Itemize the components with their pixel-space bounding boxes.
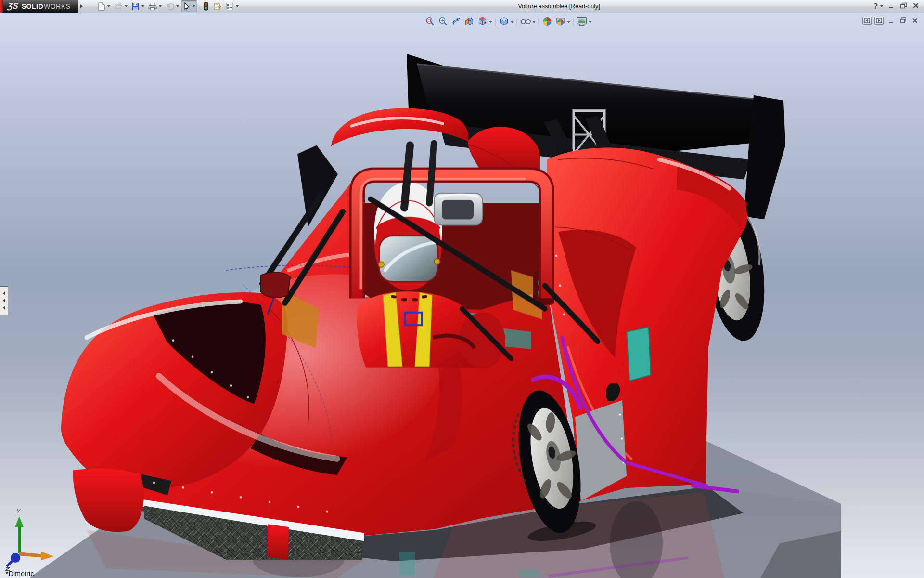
undo-arrow-icon xyxy=(166,2,174,11)
scene-ball-icon xyxy=(555,16,565,28)
doc-close-button[interactable] xyxy=(911,17,920,25)
minimize-icon xyxy=(888,16,894,25)
chevron-down-icon[interactable] xyxy=(567,21,570,23)
new-document-icon xyxy=(97,2,105,11)
pane-toggle-left-icon xyxy=(864,16,870,25)
zoom-to-area-button[interactable] xyxy=(437,16,450,28)
chevron-down-icon[interactable] xyxy=(236,5,239,7)
magnifier-area-icon xyxy=(438,16,449,28)
save-button[interactable] xyxy=(129,0,146,12)
glasses-icon xyxy=(520,17,531,27)
section-cube-icon xyxy=(464,16,475,28)
chevron-left-icon xyxy=(3,306,5,310)
chevron-right-icon xyxy=(80,4,83,8)
checklist-icon xyxy=(225,2,234,11)
race-car-model[interactable]: Y xyxy=(0,13,924,578)
pane-toggle-right-button[interactable] xyxy=(874,17,884,25)
section-view-button[interactable] xyxy=(463,16,476,28)
orientation-triad: Y xyxy=(6,507,54,570)
magnifier-fit-icon xyxy=(425,16,436,28)
minimize-button[interactable] xyxy=(887,1,896,11)
chevron-down-icon[interactable] xyxy=(880,5,883,7)
view-orientation-button[interactable] xyxy=(476,16,489,28)
restore-icon xyxy=(900,2,907,11)
window-controls: ? xyxy=(873,0,920,13)
view-settings-button[interactable] xyxy=(576,16,589,28)
print-button[interactable] xyxy=(146,0,164,12)
chevron-down-icon[interactable] xyxy=(192,5,195,7)
left-wing-mirror[interactable] xyxy=(261,272,290,297)
select-button[interactable] xyxy=(181,0,197,12)
display-cube-icon xyxy=(499,16,509,28)
app-logo: ƷS SOLID WORKS xyxy=(3,0,78,13)
solidworks-window: ƷS SOLID WORKS xyxy=(0,0,924,578)
open-folder-icon xyxy=(114,2,123,11)
triad-y-label: Y xyxy=(16,507,21,515)
note-hand-icon xyxy=(213,2,221,11)
zoom-to-fit-button[interactable] xyxy=(424,16,437,28)
chevron-left-icon xyxy=(3,299,5,302)
chevron-down-icon[interactable] xyxy=(159,5,162,7)
close-button[interactable] xyxy=(911,1,920,11)
rebuild-button[interactable] xyxy=(201,0,211,12)
brand-light: WORKS xyxy=(44,2,70,10)
window-title: Voiture assomblee [Read-only] xyxy=(518,0,600,13)
chevron-down-icon[interactable] xyxy=(141,5,144,7)
chevron-down-icon[interactable] xyxy=(489,21,492,23)
help-icon: ? xyxy=(873,2,878,11)
minimize-icon xyxy=(888,2,895,11)
close-icon xyxy=(912,2,919,11)
options-button[interactable] xyxy=(223,0,241,12)
new-button[interactable] xyxy=(95,0,112,12)
hide-show-items-button[interactable] xyxy=(519,16,532,28)
chevron-down-icon[interactable] xyxy=(589,21,592,23)
traffic-light-icon xyxy=(203,2,209,11)
titlebar: ƷS SOLID WORKS xyxy=(0,0,924,13)
display-style-button[interactable] xyxy=(498,16,511,28)
document-window-controls xyxy=(862,17,920,25)
doc-minimize-button[interactable] xyxy=(886,17,896,25)
orientation-cube-icon xyxy=(477,16,488,28)
help-button[interactable]: ? xyxy=(873,1,884,11)
toolbar-expand-button[interactable] xyxy=(78,1,85,12)
doc-restore-button[interactable] xyxy=(898,17,908,25)
ds-logo-glyph: ƷS xyxy=(7,1,19,11)
printer-icon xyxy=(148,2,157,11)
headsup-view-toolbar xyxy=(424,16,593,28)
chevron-down-icon[interactable] xyxy=(511,21,514,23)
monitor-icon xyxy=(577,16,588,28)
graphics-area[interactable]: Y *Dimetric xyxy=(0,13,924,578)
pane-toggle-right-icon xyxy=(876,16,882,25)
accent-strip xyxy=(0,0,3,13)
featuremanager-collapsed-tab[interactable] xyxy=(0,286,8,315)
grille-pillar[interactable] xyxy=(268,524,289,560)
standard-toolbar xyxy=(95,0,241,13)
apply-scene-button[interactable] xyxy=(554,16,567,28)
undo-button[interactable] xyxy=(164,0,181,12)
teal-side-window[interactable] xyxy=(627,327,651,381)
open-button[interactable] xyxy=(112,0,129,12)
view-orientation-label: *Dimetric xyxy=(6,570,34,578)
front-canard[interactable] xyxy=(73,469,144,532)
restore-icon xyxy=(900,16,907,25)
file-properties-button[interactable] xyxy=(211,0,223,12)
previous-view-icon xyxy=(451,16,462,28)
edit-appearance-button[interactable] xyxy=(541,16,554,28)
chevron-left-icon xyxy=(3,291,5,295)
color-ball-icon xyxy=(542,16,552,28)
chevron-down-icon[interactable] xyxy=(533,21,536,23)
chevron-down-icon[interactable] xyxy=(107,5,110,7)
brand-bold: SOLID xyxy=(22,2,43,10)
previous-view-button[interactable] xyxy=(450,16,463,28)
restore-button[interactable] xyxy=(899,1,908,11)
pane-toggle-left-button[interactable] xyxy=(862,17,872,25)
chevron-down-icon[interactable] xyxy=(176,5,179,7)
cursor-arrow-icon xyxy=(183,2,191,11)
save-floppy-icon xyxy=(131,2,140,11)
chevron-down-icon[interactable] xyxy=(125,5,128,7)
close-icon xyxy=(912,16,918,25)
